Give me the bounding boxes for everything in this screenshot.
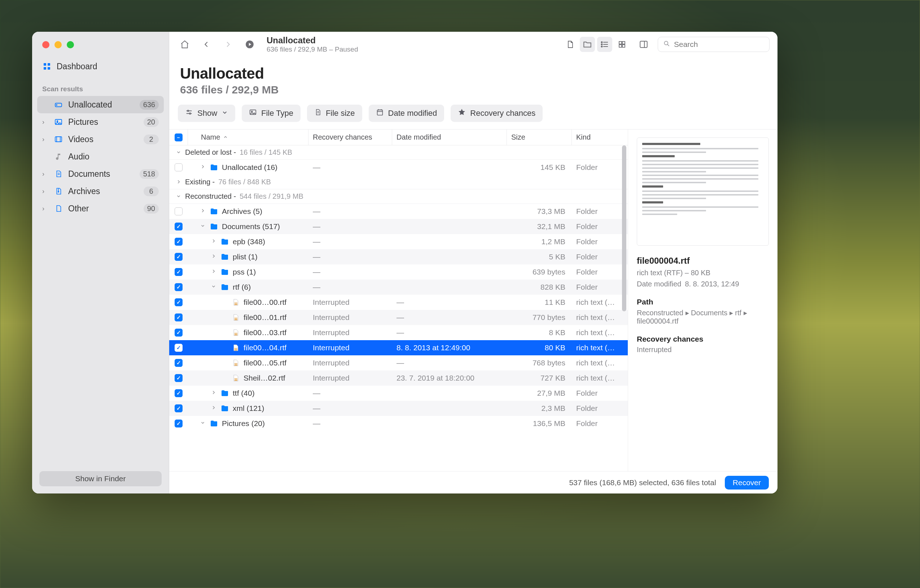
column-name[interactable]: Name xyxy=(188,130,308,145)
row-checkbox[interactable] xyxy=(175,268,183,276)
recovery-chances-cell: — xyxy=(308,419,392,428)
file-rows[interactable]: Deleted or lost - 16 files / 145 KBUnall… xyxy=(169,146,628,471)
row-checkbox[interactable] xyxy=(175,298,183,306)
file-type-filter-button[interactable]: File Type xyxy=(242,105,301,122)
view-folder-button[interactable] xyxy=(580,37,595,52)
svg-rect-8 xyxy=(55,137,62,142)
column-size[interactable]: Size xyxy=(507,130,572,145)
svg-point-20 xyxy=(601,44,603,45)
sidebar-item-count: 90 xyxy=(144,204,159,214)
row-checkbox[interactable] xyxy=(175,420,183,428)
chevron-right-icon[interactable] xyxy=(200,164,206,171)
svg-text:RTF: RTF xyxy=(234,318,238,320)
toggle-sidebar-button[interactable] xyxy=(636,37,651,52)
chevron-down-icon[interactable] xyxy=(200,223,206,230)
row-checkbox[interactable] xyxy=(175,164,183,171)
column-recovery[interactable]: Recovery chances xyxy=(308,130,392,145)
sidebar-item-other[interactable]: ›Other90 xyxy=(37,200,164,217)
zoom-window-button[interactable] xyxy=(67,41,74,49)
view-list-button[interactable] xyxy=(597,37,612,52)
date-modified-filter-button[interactable]: Date modified xyxy=(369,105,444,122)
group-header-existing[interactable]: Existing - 76 files / 848 KB xyxy=(169,175,628,190)
file-row[interactable]: xml (121)—2,3 MBFolder xyxy=(169,401,628,416)
sidebar-item-pictures[interactable]: ›Pictures20 xyxy=(37,113,164,131)
file-row[interactable]: RTFSheil…02.rtfInterrupted23. 7. 2019 at… xyxy=(169,371,628,386)
file-row[interactable]: rtf (6)—828 KBFolder xyxy=(169,280,628,295)
kind-cell: Folder xyxy=(572,237,628,246)
file-row[interactable]: Unallocated (16)—145 KBFolder xyxy=(169,160,628,175)
column-date[interactable]: Date modified xyxy=(392,130,507,145)
row-checkbox[interactable] xyxy=(175,207,183,215)
chevron-right-icon[interactable] xyxy=(211,390,217,397)
search-field[interactable] xyxy=(658,37,769,52)
row-checkbox[interactable] xyxy=(175,283,183,291)
sidebar-item-documents[interactable]: ›Documents518 xyxy=(37,165,164,183)
chevron-right-icon[interactable] xyxy=(211,269,217,275)
file-row[interactable]: RTFfile00…00.rtfInterrupted—11 KBrich te… xyxy=(169,295,628,310)
row-checkbox[interactable] xyxy=(175,253,183,261)
svg-rect-0 xyxy=(44,63,46,66)
window-controls xyxy=(32,32,169,58)
row-checkbox[interactable] xyxy=(175,374,183,382)
kind-cell: rich text (… xyxy=(572,328,628,337)
sidebar-item-dashboard[interactable]: Dashboard xyxy=(37,58,164,75)
file-row[interactable]: RTFfile00…03.rtfInterrupted—8 KBrich tex… xyxy=(169,325,628,340)
recovery-chances-filter-button[interactable]: Recovery chances xyxy=(450,105,543,122)
close-window-button[interactable] xyxy=(42,41,49,49)
svg-rect-22 xyxy=(619,42,622,44)
kind-cell: Folder xyxy=(572,268,628,276)
file-row[interactable]: ttf (40)—27,9 MBFolder xyxy=(169,386,628,401)
group-header-deleted-or-lost[interactable]: Deleted or lost - 16 files / 145 KB xyxy=(169,146,628,160)
file-row[interactable]: RTFfile00…04.rtfInterrupted8. 8. 2013 at… xyxy=(169,340,628,355)
group-header-reconstructed[interactable]: Reconstructed - 544 files / 291,9 MB xyxy=(169,190,628,204)
show-in-finder-button[interactable]: Show in Finder xyxy=(39,471,162,486)
file-row[interactable]: RTFfile00…01.rtfInterrupted—770 bytesric… xyxy=(169,310,628,325)
chevron-right-icon[interactable] xyxy=(211,405,217,411)
row-checkbox[interactable] xyxy=(175,404,183,412)
svg-rect-23 xyxy=(622,42,625,44)
size-cell: 27,9 MB xyxy=(507,389,572,397)
select-all-checkbox[interactable]: – xyxy=(169,130,188,145)
file-row[interactable]: Archives (5)—73,3 MBFolder xyxy=(169,204,628,219)
recover-button[interactable]: Recover xyxy=(725,476,769,489)
scrollbar-thumb[interactable] xyxy=(622,146,626,311)
show-filter-button[interactable]: Show xyxy=(178,105,235,122)
row-checkbox[interactable] xyxy=(175,313,183,321)
forward-button[interactable] xyxy=(220,37,236,52)
svg-rect-2 xyxy=(44,67,46,70)
file-row[interactable]: RTFfile00…05.rtfInterrupted—768 bytesric… xyxy=(169,355,628,371)
column-kind[interactable]: Kind xyxy=(572,130,628,145)
row-checkbox[interactable] xyxy=(175,223,183,230)
sidebar-item-videos[interactable]: ›Videos2 xyxy=(37,131,164,148)
file-row[interactable]: Pictures (20)—136,5 MBFolder xyxy=(169,416,628,431)
chevron-down-icon[interactable] xyxy=(200,420,206,427)
row-checkbox[interactable] xyxy=(175,238,183,246)
row-checkbox[interactable] xyxy=(175,359,183,367)
row-checkbox[interactable] xyxy=(175,344,183,352)
home-button[interactable] xyxy=(177,37,192,52)
file-name: Unallocated (16) xyxy=(222,163,277,172)
row-checkbox[interactable] xyxy=(175,329,183,337)
view-grid-button[interactable] xyxy=(614,37,630,52)
sidebar-item-unallocated[interactable]: Unallocated636 xyxy=(37,96,164,113)
sidebar-item-audio[interactable]: Audio xyxy=(37,148,164,165)
svg-text:RTF: RTF xyxy=(234,363,238,365)
view-document-button[interactable] xyxy=(562,37,578,52)
chevron-right-icon[interactable] xyxy=(200,208,206,215)
file-row[interactable]: plist (1)—5 KBFolder xyxy=(169,249,628,264)
file-row[interactable]: epb (348)—1,2 MBFolder xyxy=(169,234,628,249)
minimize-window-button[interactable] xyxy=(55,41,62,49)
chevron-right-icon[interactable] xyxy=(211,254,217,260)
search-input[interactable] xyxy=(674,40,768,49)
chevron-down-icon[interactable] xyxy=(211,284,217,290)
file-name: xml (121) xyxy=(233,404,264,413)
file-row[interactable]: pss (1)—639 bytesFolder xyxy=(169,264,628,280)
file-name: plist (1) xyxy=(233,253,258,261)
back-button[interactable] xyxy=(199,37,214,52)
sidebar-item-archives[interactable]: ›Archives6 xyxy=(37,183,164,200)
chevron-right-icon[interactable] xyxy=(211,238,217,245)
row-checkbox[interactable] xyxy=(175,389,183,397)
file-row[interactable]: Documents (517)—32,1 MBFolder xyxy=(169,219,628,234)
file-size-filter-button[interactable]: File size xyxy=(307,105,362,122)
resume-scan-button[interactable] xyxy=(242,37,257,52)
